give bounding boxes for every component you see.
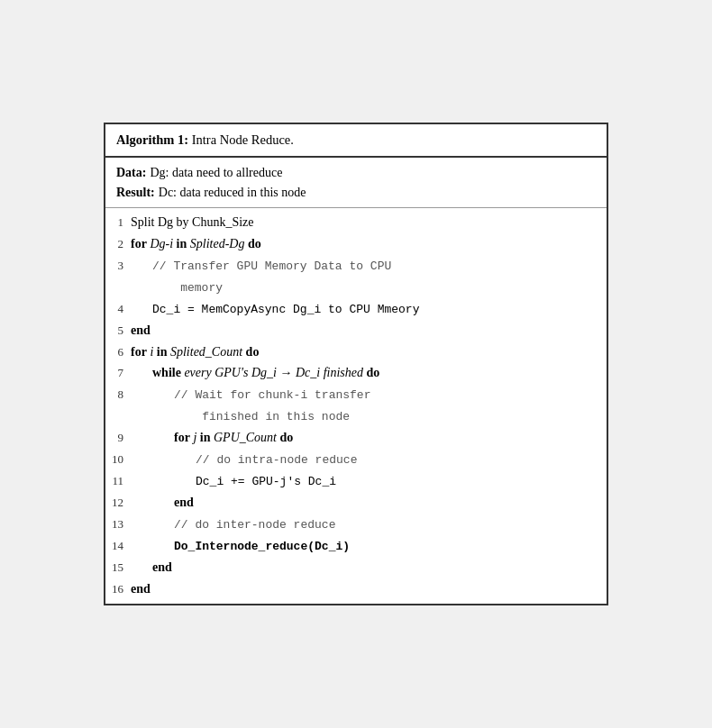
result-value: Dc: data reduced in this node: [159, 183, 306, 203]
data-value: Dg: data need to allreduce: [150, 163, 282, 183]
line-num-6: 6: [105, 343, 131, 361]
line-3: 3 // Transfer GPU Memory Data to CPU: [105, 255, 607, 277]
line-content-11: Dc_i += GPU-j's Dc_i: [131, 471, 607, 491]
line-content-5: end: [131, 321, 607, 341]
algorithm-name: Intra Node Reduce.: [192, 132, 294, 147]
line-content-4: Dc_i = MemCopyAsync Dg_i to CPU Mmeory: [131, 299, 607, 319]
line-content-12: end: [131, 493, 607, 513]
line-content-8: // Wait for chunk-i transfer: [131, 385, 607, 405]
line-content-7: while every GPU's Dg_i → Dc_i finished d…: [131, 363, 607, 383]
line-num-2: 2: [105, 235, 131, 253]
data-section: Data: Dg: data need to allreduce Result:…: [105, 158, 607, 208]
line-15: 15 end: [105, 557, 607, 578]
line-num-15: 15: [105, 559, 131, 577]
line-content-15: end: [131, 558, 607, 578]
line-content-10: // do intra-node reduce: [131, 450, 607, 469]
algorithm-label: Algorithm 1:: [116, 132, 188, 147]
line-16: 16 end: [105, 578, 607, 600]
line-4: 4 Dc_i = MemCopyAsync Dg_i to CPU Mmeory: [105, 298, 607, 320]
line-num-8: 8: [105, 386, 131, 404]
line-num-11: 11: [105, 472, 131, 490]
line-9: 9 for j in GPU_Count do: [105, 427, 607, 449]
line-7: 7 while every GPU's Dg_i → Dc_i finished…: [105, 362, 607, 384]
line-content-14: Do_Internode_reduce(Dc_i): [131, 536, 607, 556]
line-content-3b: memory: [131, 278, 607, 297]
result-line: Result: Dc: data reduced in this node: [116, 183, 596, 203]
line-1: 1 Split Dg by Chunk_Size: [105, 212, 607, 233]
line-6: 6 for i in Splited_Count do: [105, 341, 607, 363]
line-12: 12 end: [105, 492, 607, 514]
data-line: Data: Dg: data need to allreduce: [116, 163, 596, 183]
line-num-16: 16: [105, 580, 131, 598]
line-num-9: 9: [105, 429, 131, 447]
line-content-2: for Dg-i in Splited-Dg do: [131, 234, 607, 254]
algorithm-box: Algorithm 1: Intra Node Reduce. Data: Dg…: [104, 123, 608, 605]
line-5: 5 end: [105, 320, 607, 341]
line-content-16: end: [131, 579, 607, 599]
line-num-7: 7: [105, 364, 131, 382]
line-10: 10 // do intra-node reduce: [105, 449, 607, 470]
line-num-1: 1: [105, 214, 131, 232]
algorithm-title: Algorithm 1: Intra Node Reduce.: [105, 124, 607, 157]
line-14: 14 Do_Internode_reduce(Dc_i): [105, 535, 607, 557]
line-content-8b: finished in this node: [131, 406, 607, 426]
line-num-4: 4: [105, 300, 131, 318]
line-8: 8 // Wait for chunk-i transfer: [105, 384, 607, 405]
line-11: 11 Dc_i += GPU-j's Dc_i: [105, 470, 607, 492]
line-num-13: 13: [105, 515, 131, 533]
line-8b: finished in this node: [105, 405, 607, 427]
line-3b: memory: [105, 277, 607, 298]
line-13: 13 // do inter-node reduce: [105, 514, 607, 535]
algorithm-body: 1 Split Dg by Chunk_Size 2 for Dg-i in S…: [105, 208, 607, 603]
line-num-12: 12: [105, 494, 131, 512]
line-content-6: for i in Splited_Count do: [131, 342, 607, 362]
line-num-10: 10: [105, 450, 131, 469]
data-label: Data:: [116, 163, 146, 183]
line-content-1: Split Dg by Chunk_Size: [131, 213, 607, 232]
line-num-5: 5: [105, 322, 131, 340]
line-num-3: 3: [105, 257, 131, 275]
line-2: 2 for Dg-i in Splited-Dg do: [105, 233, 607, 255]
line-content-3: // Transfer GPU Memory Data to CPU: [131, 256, 607, 276]
result-label: Result:: [116, 183, 155, 203]
line-content-9: for j in GPU_Count do: [131, 428, 607, 448]
line-num-14: 14: [105, 537, 131, 555]
line-content-13: // do inter-node reduce: [131, 514, 607, 534]
